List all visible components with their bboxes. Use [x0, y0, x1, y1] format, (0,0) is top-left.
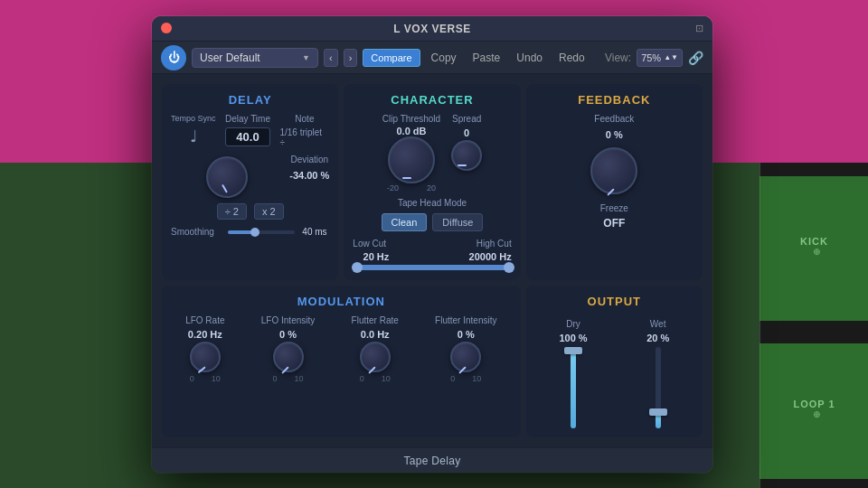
lfo-intensity-group: LFO Intensity 0 % 0 10	[261, 315, 315, 383]
freeze-row: Freeze OFF	[535, 203, 693, 230]
feedback-knob[interactable]	[590, 147, 637, 194]
nav-prev-button[interactable]: ‹	[324, 49, 338, 67]
resize-icon[interactable]: ⊡	[695, 23, 703, 34]
view-label: View:	[605, 52, 631, 64]
character-section: CHARACTER Clip Threshold 0.0 dB -20 20 S…	[344, 84, 520, 280]
feedback-title: FEEDBACK	[535, 93, 693, 107]
close-button[interactable]	[161, 23, 172, 33]
output-faders: Dry 100 % Wet 20 %	[535, 315, 693, 428]
lfo-intensity-indicator	[281, 366, 288, 373]
multiply-button[interactable]: x 2	[254, 203, 284, 220]
view-select[interactable]: 75% ▲▼	[637, 49, 683, 67]
mode-diffuse-button[interactable]: Diffuse	[432, 213, 483, 231]
flutter-intensity-scale: 0 10	[450, 374, 481, 383]
waveform-right-kick	[760, 176, 868, 321]
power-button[interactable]: ⏻	[161, 45, 186, 70]
delay-knob-indicator	[222, 184, 228, 193]
lfo-rate-knob[interactable]	[190, 342, 221, 372]
redo-button[interactable]: Redo	[553, 50, 590, 66]
modulation-section: MODULATION LFO Rate 0.20 Hz 0 10 L	[162, 286, 521, 438]
delay-title: DELAY	[171, 93, 329, 107]
lfo-intensity-label: LFO Intensity	[261, 315, 315, 325]
dry-label: Dry	[566, 319, 580, 329]
feedback-value: 0 %	[606, 129, 623, 140]
lfo-intensity-scale: 0 10	[273, 374, 304, 383]
flutter-intensity-knob[interactable]	[450, 342, 481, 372]
lfo-rate-scale: 0 10	[190, 374, 221, 383]
plugin-title: L VOX VERSE	[393, 23, 470, 35]
feedback-knob-indicator	[608, 188, 615, 195]
undo-button[interactable]: Undo	[511, 50, 548, 66]
lfo-rate-indicator	[198, 366, 206, 373]
dry-value: 100 %	[559, 333, 587, 343]
deviation-value: -34.00 %	[289, 170, 329, 181]
frequency-slider[interactable]	[353, 265, 511, 270]
waveform-right-loop	[760, 343, 868, 479]
dry-fader-group: Dry 100 %	[559, 319, 587, 428]
low-cut-label: Low Cut	[353, 239, 389, 249]
db-scale: -20 20	[387, 183, 436, 192]
output-section: OUTPUT Dry 100 % Wet 20 %	[526, 286, 703, 438]
nav-next-button[interactable]: ›	[344, 49, 358, 67]
wet-label: Wet	[650, 319, 666, 329]
flutter-rate-knob[interactable]	[360, 342, 391, 372]
traffic-light[interactable]	[161, 21, 172, 37]
lfo-intensity-knob[interactable]	[273, 342, 304, 372]
tape-mode-label: Tape Head Mode	[353, 198, 511, 208]
spread-group: Spread 0	[451, 114, 482, 171]
smoothing-value: 40 ms	[302, 227, 329, 237]
flutter-rate-scale: 0 10	[360, 374, 391, 383]
character-top: Clip Threshold 0.0 dB -20 20 Spread 0	[353, 114, 511, 192]
flutter-rate-label: Flutter Rate	[352, 315, 399, 325]
clip-threshold-knob[interactable]	[388, 136, 435, 183]
title-bar: L VOX VERSE ⊡	[152, 16, 712, 42]
wet-fader[interactable]	[656, 347, 661, 428]
tempo-sync-icon: ♩	[190, 127, 197, 146]
modulation-knobs: LFO Rate 0.20 Hz 0 10 LFO Intensity 0 %	[171, 315, 512, 383]
smoothing-label: Smoothing	[171, 227, 221, 237]
wet-fader-thumb[interactable]	[649, 408, 667, 416]
lfo-rate-value: 0.20 Hz	[188, 329, 222, 340]
lfo-rate-group: LFO Rate 0.20 Hz 0 10	[185, 315, 224, 383]
flutter-intensity-indicator	[459, 366, 467, 373]
delay-knob[interactable]	[206, 156, 248, 198]
plugin-name-label: Tape Delay	[403, 455, 460, 467]
flutter-rate-value: 0.0 Hz	[361, 329, 390, 340]
spread-knob-indicator	[458, 164, 467, 166]
smoothing-slider[interactable]	[228, 230, 295, 234]
copy-button[interactable]: Copy	[426, 50, 462, 66]
lfo-rate-label: LFO Rate	[185, 315, 224, 325]
compare-button[interactable]: Compare	[363, 49, 420, 67]
plugin-footer: Tape Delay	[152, 447, 712, 473]
feedback-section: FEEDBACK Feedback 0 % Freeze OFF	[526, 84, 703, 280]
flutter-intensity-label: Flutter Intensity	[435, 315, 496, 325]
clip-threshold-label: Clip Threshold	[382, 114, 440, 124]
flutter-rate-indicator	[368, 366, 375, 373]
lfo-intensity-value: 0 %	[279, 329, 297, 340]
output-title: OUTPUT	[535, 295, 693, 308]
paste-button[interactable]: Paste	[467, 50, 506, 66]
tape-mode-row: Clean Diffuse	[353, 213, 511, 231]
delay-time-label: Delay Time	[225, 114, 270, 124]
freeze-value: OFF	[535, 217, 693, 230]
dry-fader-thumb[interactable]	[564, 347, 582, 354]
wet-value: 20 %	[646, 333, 669, 343]
spread-knob[interactable]	[451, 140, 482, 171]
dry-fader[interactable]	[571, 347, 576, 428]
link-icon[interactable]: 🔗	[688, 51, 703, 65]
note-label: Note	[295, 114, 314, 124]
smoothing-row: Smoothing 40 ms	[171, 227, 329, 237]
deviation-label: Deviation	[289, 155, 329, 164]
preset-select[interactable]: User Default ▼	[192, 48, 318, 68]
flutter-intensity-group: Flutter Intensity 0 % 0 10	[435, 315, 496, 383]
wet-fader-group: Wet 20 %	[646, 319, 669, 428]
delay-section: DELAY Tempo Sync ♩ Delay Time 40.0 Note …	[162, 84, 338, 280]
high-cut-value: 20000 Hz	[458, 251, 512, 262]
delay-time-value[interactable]: 40.0	[225, 127, 270, 146]
clip-knob-indicator	[402, 177, 411, 179]
spread-label: Spread	[452, 114, 481, 124]
divide-button[interactable]: ÷ 2	[217, 203, 247, 220]
mode-clean-button[interactable]: Clean	[382, 213, 428, 231]
toolbar: ⏻ User Default ▼ ‹ › Compare Copy Paste …	[152, 42, 712, 74]
feedback-label: Feedback	[594, 114, 634, 124]
